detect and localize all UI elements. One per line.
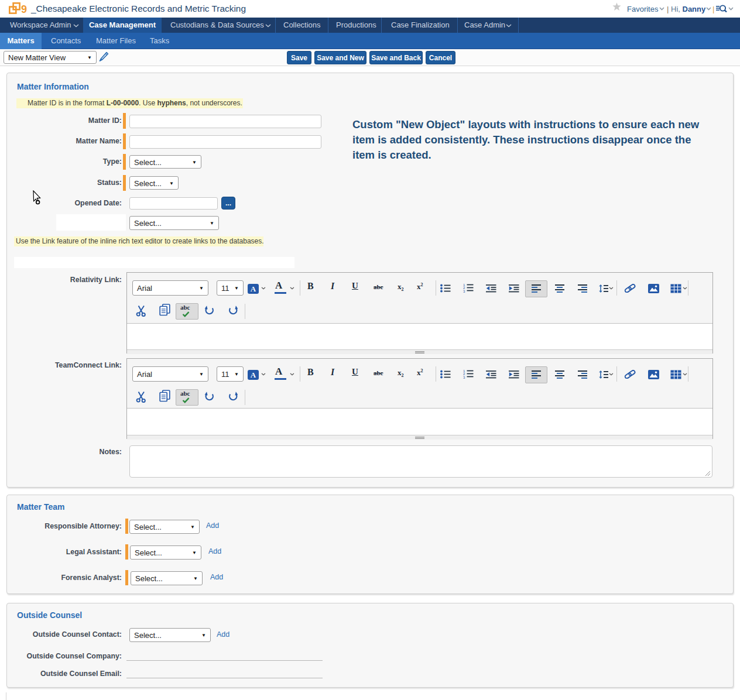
svg-text:3: 3 <box>463 290 465 293</box>
svg-text:3: 3 <box>463 376 465 379</box>
